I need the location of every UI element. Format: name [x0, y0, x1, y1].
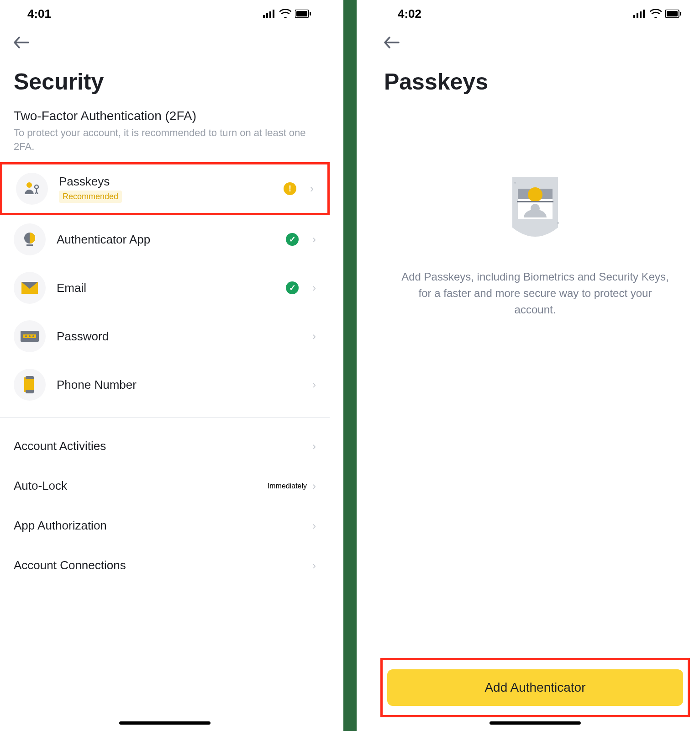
svg-point-33 — [557, 222, 559, 224]
password-icon — [14, 320, 46, 352]
row-label: Account Connections — [14, 558, 126, 572]
section-subtitle: To protect your account, it is recommend… — [0, 123, 330, 162]
authenticator-icon — [14, 223, 46, 255]
status-bar: 4:01 — [0, 0, 330, 27]
svg-point-16 — [32, 335, 34, 337]
svg-rect-23 — [643, 10, 645, 18]
row-label: App Authorization — [14, 519, 107, 533]
screen-divider — [343, 0, 357, 731]
check-icon: ✓ — [286, 233, 299, 246]
security-item-phone[interactable]: Phone Number › — [0, 360, 330, 409]
row-label: Auto-Lock — [14, 479, 67, 493]
svg-point-15 — [29, 335, 31, 337]
passkeys-description: Add Passkeys, including Biometrics and S… — [370, 255, 700, 332]
row-account-activities[interactable]: Account Activities › — [0, 426, 330, 466]
chevron-right-icon: › — [312, 440, 316, 453]
svg-point-14 — [25, 335, 27, 337]
chevron-right-icon: › — [312, 559, 316, 572]
chevron-right-icon: › — [312, 378, 316, 391]
page-title: Security — [0, 59, 330, 109]
recommended-badge: Recommended — [59, 191, 122, 203]
security-item-passkeys[interactable]: Passkeys Recommended ! › — [0, 162, 330, 215]
check-icon: ✓ — [286, 281, 299, 294]
row-value: Immediately — [268, 482, 307, 490]
status-icons — [633, 9, 682, 18]
svg-point-29 — [528, 187, 542, 202]
row-label: Account Activities — [14, 439, 106, 453]
passkeys-icon — [16, 173, 48, 205]
security-item-authenticator[interactable]: Authenticator App ✓ › — [0, 215, 330, 264]
chevron-right-icon: › — [312, 480, 316, 493]
item-label: Authenticator App — [57, 233, 275, 247]
item-label: Phone Number — [57, 378, 301, 392]
chevron-right-icon: › — [310, 182, 314, 195]
add-authenticator-button[interactable]: Add Authenticator — [387, 669, 683, 706]
row-account-connections[interactable]: Account Connections › — [0, 546, 330, 585]
svg-rect-3 — [273, 10, 274, 18]
item-label: Passkeys — [59, 175, 273, 189]
svg-point-32 — [514, 182, 516, 184]
page-title: Passkeys — [370, 59, 700, 109]
svg-rect-1 — [266, 13, 268, 18]
status-time: 4:02 — [398, 7, 421, 21]
svg-rect-21 — [637, 13, 638, 18]
status-icons — [263, 9, 311, 18]
svg-point-8 — [35, 185, 38, 189]
warning-icon: ! — [284, 182, 296, 195]
chevron-right-icon: › — [312, 519, 316, 532]
battery-icon — [295, 10, 311, 18]
passkey-illustration — [499, 173, 572, 255]
row-auto-lock[interactable]: Auto-Lock Immediately › — [0, 466, 330, 506]
status-bar: 4:02 — [370, 0, 700, 27]
chevron-right-icon: › — [312, 330, 316, 343]
svg-rect-5 — [296, 11, 307, 16]
battery-icon — [665, 10, 682, 18]
section-title: Two-Factor Authentication (2FA) — [0, 109, 330, 123]
back-arrow-icon[interactable] — [384, 37, 400, 48]
svg-point-31 — [531, 204, 540, 213]
home-indicator — [489, 721, 581, 725]
svg-rect-0 — [263, 15, 265, 18]
cta-highlight: Add Authenticator — [380, 658, 690, 717]
divider — [0, 417, 330, 418]
svg-rect-26 — [680, 12, 681, 16]
svg-rect-2 — [269, 11, 271, 18]
svg-rect-10 — [26, 244, 33, 246]
svg-rect-19 — [24, 377, 26, 392]
svg-rect-25 — [667, 11, 678, 16]
back-arrow-icon[interactable] — [14, 37, 29, 48]
svg-point-7 — [26, 182, 32, 188]
row-app-authorization[interactable]: App Authorization › — [0, 506, 330, 546]
item-label: Email — [57, 281, 275, 295]
home-indicator — [119, 721, 211, 725]
security-screen: 4:01 Security Two-Factor Authentication … — [0, 0, 330, 731]
wifi-icon — [650, 9, 662, 18]
phone-icon — [14, 369, 46, 401]
svg-rect-22 — [640, 11, 642, 18]
cellular-icon — [633, 10, 646, 18]
chevron-right-icon: › — [312, 281, 316, 294]
wifi-icon — [279, 9, 291, 18]
item-label: Password — [57, 329, 301, 344]
status-time: 4:01 — [27, 7, 51, 21]
svg-rect-30 — [517, 201, 553, 202]
email-icon — [14, 272, 46, 304]
svg-rect-6 — [310, 12, 311, 16]
cellular-icon — [263, 10, 276, 18]
security-item-password[interactable]: Password › — [0, 312, 330, 360]
passkeys-screen: 4:02 Passkeys Add Passkeys, including Bi… — [370, 0, 700, 731]
chevron-right-icon: › — [312, 233, 316, 246]
security-item-email[interactable]: Email ✓ › — [0, 264, 330, 312]
svg-rect-18 — [26, 379, 34, 390]
svg-rect-20 — [633, 15, 635, 18]
